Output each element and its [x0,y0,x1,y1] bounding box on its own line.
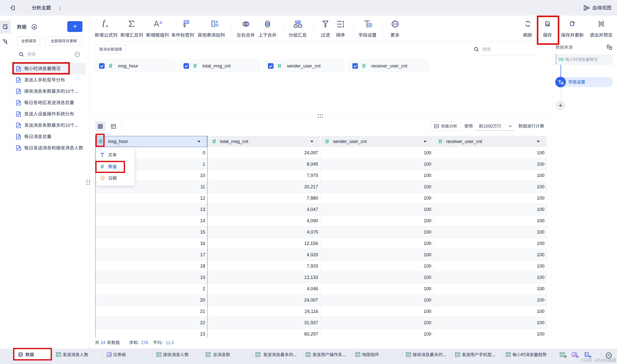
svg-text:x: x [106,24,108,28]
svg-text:f: f [103,20,106,27]
